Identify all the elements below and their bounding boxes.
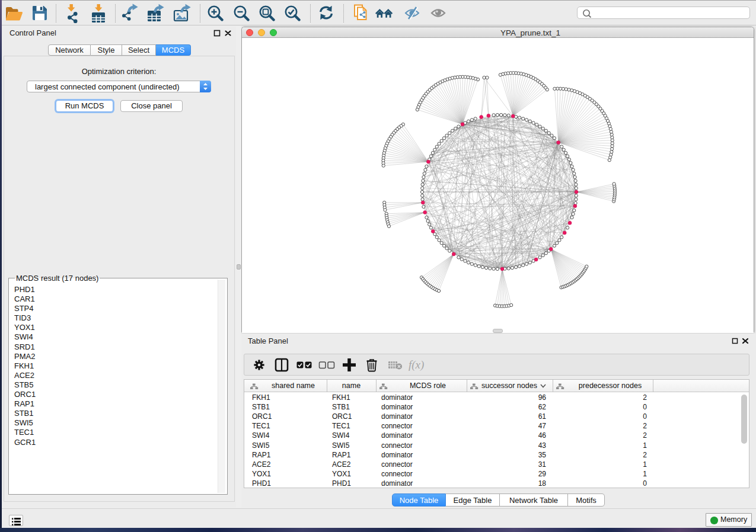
svg-text:f(x): f(x) xyxy=(409,358,424,371)
